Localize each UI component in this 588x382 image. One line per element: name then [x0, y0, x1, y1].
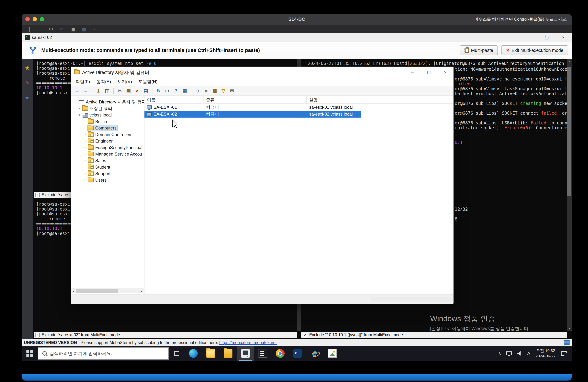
wrench-icon[interactable]: ⚙: [46, 26, 57, 32]
network-icon[interactable]: [506, 351, 512, 355]
exclude-checkbox[interactable]: [36, 193, 40, 197]
aduc-titlebar[interactable]: Active Directory 사용자 및 컴퓨터 –□×: [71, 67, 453, 78]
scroll-left-icon[interactable]: ◂: [71, 288, 76, 294]
add-user-icon[interactable]: ☺: [193, 87, 201, 95]
tray-chevron-icon[interactable]: ∧: [498, 351, 501, 356]
minimize-traffic-light[interactable]: [33, 17, 37, 21]
tree-item[interactable]: ›저장된 쿼리: [71, 105, 144, 112]
macros-icon[interactable]: ✒: [25, 95, 29, 101]
tree-item[interactable]: ›Domain Controllers: [71, 131, 144, 138]
minimize-button[interactable]: –: [522, 33, 538, 42]
minimize-button[interactable]: –: [404, 67, 421, 78]
column-header-1[interactable]: 이름: [145, 96, 204, 103]
taskbar-search[interactable]: [38, 347, 169, 360]
tree-item[interactable]: ›ForeignSecurityPrincipal: [71, 144, 144, 151]
menu-item[interactable]: 도움말(H): [135, 79, 161, 85]
window-icon[interactable]: ▦: [181, 87, 189, 95]
tree-item[interactable]: Builtin: [71, 118, 144, 125]
volume-icon[interactable]: [517, 351, 522, 356]
scroll-right-icon[interactable]: ▸: [139, 288, 144, 294]
multi-paste-button[interactable]: Multi-paste: [460, 45, 498, 55]
column-header-3[interactable]: 설명: [307, 96, 361, 103]
internet-explorer-button[interactable]: [306, 346, 324, 361]
add-group-icon[interactable]: ☻: [202, 87, 210, 95]
folder-button[interactable]: [219, 346, 237, 361]
delete-icon[interactable]: ×: [133, 87, 141, 95]
expand-chevron[interactable]: ›: [83, 132, 88, 137]
tree-horizontal-scrollbar[interactable]: ◂ ▸: [71, 288, 144, 293]
exclude-checkbox[interactable]: [36, 333, 40, 337]
command-prompt-button[interactable]: [254, 346, 272, 361]
scrollbar-thumb[interactable]: [567, 67, 571, 196]
expand-chevron[interactable]: ▼: [77, 114, 82, 116]
ime-indicator[interactable]: A: [527, 351, 530, 356]
exit-multi-exec-button[interactable]: × Exit multi-execution mode: [502, 45, 568, 55]
export-list-icon[interactable]: ↦: [163, 87, 171, 95]
expand-chevron[interactable]: ›: [83, 171, 88, 176]
search-input[interactable]: [50, 351, 168, 356]
properties-icon[interactable]: ▤: [142, 87, 150, 95]
maximize-button[interactable]: ▢: [538, 33, 555, 42]
scrollbar-thumb[interactable]: [76, 289, 118, 293]
photos-button[interactable]: [324, 346, 341, 361]
expand-chevron[interactable]: ›: [83, 139, 88, 143]
expand-chevron[interactable]: ›: [83, 158, 88, 163]
mobaxterm-button[interactable]: [237, 346, 254, 361]
expand-chevron[interactable]: ›: [83, 178, 88, 183]
mobatek-link[interactable]: https://mobaxterm.mobatek.net: [219, 340, 277, 345]
list-row[interactable]: SA-ESXI-02컴퓨터sa-esxi-02.vclass.local: [145, 111, 361, 117]
tools-icon[interactable]: ✎: [25, 80, 29, 86]
tree-item[interactable]: Computers: [71, 125, 144, 131]
exclude-checkbox[interactable]: [303, 333, 307, 337]
tree-item[interactable]: ›Support: [71, 170, 144, 177]
tree-item[interactable]: ›Users: [71, 177, 144, 183]
expand-chevron[interactable]: ›: [83, 152, 88, 156]
column-header-2[interactable]: 종류: [204, 96, 307, 103]
expand-chevron[interactable]: ›: [77, 106, 82, 111]
back-icon[interactable]: ‹: [89, 26, 100, 32]
mail-icon[interactable]: ✉: [228, 87, 236, 95]
start-button[interactable]: [22, 346, 38, 361]
menu-item[interactable]: 파일(F): [72, 79, 93, 85]
scroll-down-icon[interactable]: ▾: [567, 326, 572, 330]
scroll-up-icon[interactable]: ▴: [567, 59, 572, 64]
add-ou-icon[interactable]: ▧: [211, 87, 219, 95]
tree-item[interactable]: ›Sales: [71, 157, 144, 164]
file-explorer-button[interactable]: [202, 346, 219, 361]
vm-titlebar[interactable]: S14-DC 마우스를 해제하려면 Control-⌘을(를) 누르십시오.: [22, 14, 572, 25]
close-button[interactable]: ×: [555, 33, 572, 42]
tree-item[interactable]: ›Engineer: [71, 138, 144, 144]
pause-icon[interactable]: ∥: [24, 26, 35, 32]
sessions-icon[interactable]: ★: [25, 65, 30, 71]
filter-icon[interactable]: ▽: [219, 87, 227, 95]
task-view-button[interactable]: [169, 346, 185, 361]
paste-icon[interactable]: ▣: [125, 87, 132, 95]
action-center-icon[interactable]: 3: [561, 351, 567, 356]
code-icon[interactable]: ‹›: [57, 26, 67, 32]
tree-item[interactable]: Active Directory 사용자 및 컴퓨: [71, 99, 144, 105]
menu-item[interactable]: 보기(V): [114, 79, 135, 85]
tree-item[interactable]: ▼vclass.local: [71, 112, 144, 118]
close-traffic-light[interactable]: [25, 17, 30, 21]
scroll-up-icon[interactable]: ▴: [297, 59, 301, 64]
cut-icon[interactable]: ✂: [116, 87, 124, 95]
zoom-traffic-light[interactable]: [40, 17, 44, 21]
chrome-button[interactable]: [272, 346, 289, 361]
help-icon[interactable]: ?: [172, 87, 180, 95]
close-button[interactable]: ×: [437, 67, 453, 78]
show-console-tree-icon[interactable]: ◫: [103, 87, 111, 95]
refresh-icon[interactable]: ↻: [155, 87, 163, 95]
scroll-down-icon[interactable]: ▾: [297, 326, 301, 330]
up-one-level-icon[interactable]: ↥: [94, 87, 103, 95]
powershell-button[interactable]: [289, 346, 306, 361]
taskbar-clock[interactable]: 오전 10:32 2024-06-27: [535, 348, 556, 359]
list-row[interactable]: SA-ESXI-01컴퓨터sa-esxi-01.vclass.local: [145, 104, 361, 111]
archive-icon[interactable]: ▥: [78, 26, 89, 32]
tree-item[interactable]: Student: [71, 164, 144, 170]
back-icon[interactable]: ←: [73, 87, 81, 95]
maximize-button[interactable]: □: [421, 67, 437, 78]
printer-icon[interactable]: ▣: [67, 26, 78, 32]
tree-item[interactable]: ›Managed Service Accou: [71, 151, 144, 157]
edge-button[interactable]: [185, 346, 202, 361]
expand-chevron[interactable]: ›: [83, 145, 88, 150]
